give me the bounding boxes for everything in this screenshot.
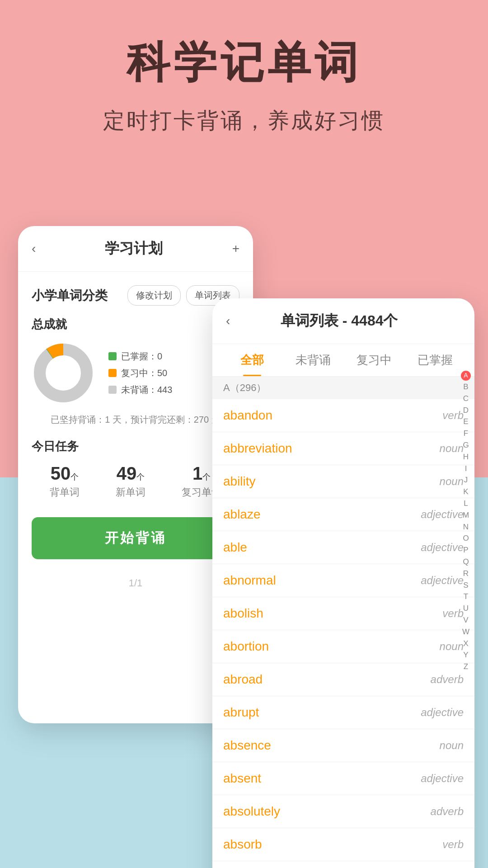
alpha-x[interactable]: X — [461, 638, 471, 649]
word-text: abrupt — [223, 705, 259, 720]
alpha-g[interactable]: G — [461, 440, 471, 451]
word-text: ablaze — [223, 507, 261, 522]
word-text: abortion — [223, 639, 269, 654]
main-title: 科学记单词 — [0, 36, 488, 88]
alpha-l[interactable]: L — [461, 498, 471, 509]
tab-unlearned[interactable]: 未背诵 — [282, 344, 343, 376]
back-icon-right[interactable]: ‹ — [226, 314, 230, 328]
word-type: noun — [440, 475, 464, 488]
tabs: 全部 未背诵 复习中 已掌握 — [212, 344, 474, 377]
dot-gray — [108, 386, 117, 394]
word-type: adverb — [431, 805, 464, 818]
word-text: abolish — [223, 606, 263, 621]
word-text: absolutely — [223, 804, 280, 819]
modify-plan-button[interactable]: 修改计划 — [127, 285, 181, 306]
new-num: 49 — [117, 463, 137, 483]
word-row[interactable]: abroad adverb — [212, 663, 474, 696]
alpha-y[interactable]: Y — [461, 650, 471, 660]
word-type: noun — [440, 442, 464, 455]
alpha-z[interactable]: Z — [461, 661, 471, 672]
alpha-w[interactable]: W — [461, 627, 471, 637]
task-stat-memorize: 50个 背单词 — [50, 463, 80, 499]
word-row[interactable]: ability noun — [212, 465, 474, 498]
word-row[interactable]: able adjective — [212, 531, 474, 564]
back-icon-left[interactable]: ‹ — [32, 241, 36, 256]
word-row[interactable]: absolutely adverb — [212, 795, 474, 828]
memorize-unit: 个 — [70, 472, 79, 481]
alpha-r[interactable]: R — [461, 568, 471, 579]
tab-mastered[interactable]: 已掌握 — [404, 344, 465, 376]
right-card-title: 单词列表 - 4484个 — [230, 311, 448, 331]
word-type: adjective — [421, 541, 464, 554]
word-text: abbreviation — [223, 441, 292, 456]
word-type: adverb — [431, 673, 464, 686]
add-icon-left[interactable]: + — [232, 241, 239, 256]
dot-orange — [108, 369, 117, 377]
word-row[interactable]: abnormal adjective — [212, 564, 474, 597]
word-row[interactable]: abbreviation noun — [212, 432, 474, 465]
alpha-t[interactable]: T — [461, 591, 471, 602]
word-type: noun — [440, 640, 464, 653]
word-row[interactable]: absorb verb — [212, 828, 474, 861]
alpha-p[interactable]: P — [461, 545, 471, 556]
section-divider-a: A（296） — [212, 377, 474, 399]
alpha-n[interactable]: N — [461, 522, 471, 533]
word-row[interactable]: abolish verb — [212, 597, 474, 630]
donut-chart — [32, 341, 95, 405]
legend-reviewing-text: 复习中：50 — [121, 367, 167, 379]
review-num: 1 — [192, 463, 202, 483]
word-text: ability — [223, 474, 256, 489]
tab-all[interactable]: 全部 — [221, 344, 282, 376]
word-text: absence — [223, 738, 271, 753]
right-card-header: ‹ 单词列表 - 4484个 — [212, 298, 474, 344]
alpha-v[interactable]: V — [461, 615, 471, 626]
left-card-title: 学习计划 — [36, 239, 232, 259]
word-type: adjective — [421, 574, 464, 587]
sub-title: 定时打卡背诵，养成好习惯 — [0, 106, 488, 135]
category-label: 小学单词分类 — [32, 287, 108, 304]
left-card-header: ‹ 学习计划 + — [18, 226, 253, 272]
legend-mastered: 已掌握：0 — [108, 350, 172, 363]
legend-unlearned-text: 未背诵：443 — [121, 384, 172, 396]
alpha-k[interactable]: K — [461, 486, 471, 497]
word-type: adjective — [421, 772, 464, 785]
alpha-o[interactable]: O — [461, 533, 471, 544]
word-text: abnormal — [223, 573, 276, 588]
alpha-u[interactable]: U — [461, 603, 471, 614]
alpha-q[interactable]: Q — [461, 557, 471, 567]
alpha-d[interactable]: D — [461, 405, 471, 416]
word-type: adjective — [421, 508, 464, 521]
word-type: adjective — [421, 706, 464, 719]
word-type: verb — [442, 409, 464, 422]
achievement-label: 总成就 — [32, 316, 239, 332]
word-row[interactable]: abrupt adjective — [212, 696, 474, 729]
legend-reviewing: 复习中：50 — [108, 367, 172, 379]
alphabet-sidebar: ABCDEFGHIJKLMNOPQRSTUVWXYZ — [461, 371, 471, 672]
task-stats: 50个 背单词 49个 新单词 1个 复习单词 — [32, 463, 239, 499]
legend-mastered-text: 已掌握：0 — [121, 350, 162, 363]
word-row[interactable]: abortion noun — [212, 630, 474, 663]
tab-reviewing[interactable]: 复习中 — [343, 344, 404, 376]
alpha-i[interactable]: I — [461, 463, 471, 474]
legend-unlearned: 未背诵：443 — [108, 384, 172, 396]
alpha-e[interactable]: E — [461, 416, 471, 427]
word-row[interactable]: ablaze adjective — [212, 498, 474, 531]
page-indicator: 1/1 — [32, 577, 239, 589]
alpha-m[interactable]: M — [461, 510, 471, 521]
memorize-num: 50 — [51, 463, 71, 483]
word-type: noun — [440, 739, 464, 752]
alpha-h[interactable]: H — [461, 452, 471, 462]
word-row[interactable]: absent adjective — [212, 762, 474, 795]
word-row[interactable]: absence noun — [212, 729, 474, 762]
alpha-f[interactable]: F — [461, 428, 471, 439]
memorize-label: 背单词 — [50, 486, 80, 499]
word-text: able — [223, 540, 247, 555]
alpha-b[interactable]: B — [461, 382, 471, 392]
new-label: 新单词 — [116, 486, 145, 499]
word-row[interactable]: abandon verb — [212, 399, 474, 432]
alpha-c[interactable]: C — [461, 393, 471, 404]
start-memorize-button[interactable]: 开始背诵 — [32, 517, 239, 559]
alpha-s[interactable]: S — [461, 580, 471, 591]
alpha-j[interactable]: J — [461, 475, 471, 486]
alpha-a[interactable]: A — [461, 371, 471, 381]
